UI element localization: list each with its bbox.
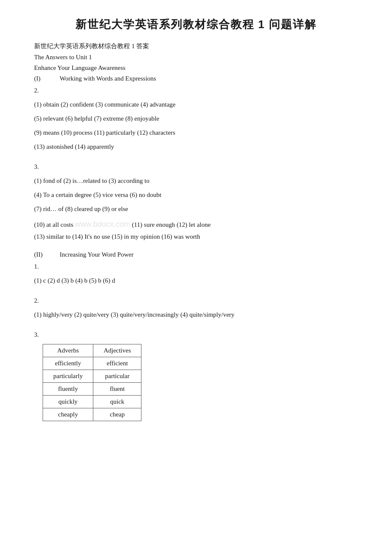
page-title: 新世纪大学英语系列教材综合教程 1 问题详解: [34, 17, 358, 32]
adjective-cell: cheap: [93, 408, 141, 421]
q3-label: 3.: [34, 161, 358, 173]
q2-line4: (13) astonished (14) apparently: [34, 141, 358, 153]
adjective-cell: efficient: [93, 357, 141, 370]
table-row: particularlyparticular: [43, 370, 141, 383]
table-row: fluentlyfluent: [43, 383, 141, 396]
table-row: quicklyquick: [43, 396, 141, 408]
q1-line1: (1) c (2) d (3) b (4) b (5) b (6) d: [34, 275, 358, 286]
section1-heading: Working with Words and Expressions: [60, 75, 156, 82]
q3-line3-wrapper: (7) rid… of (8) cleared up (9) or else: [34, 203, 358, 215]
table-header-adverbs: Adverbs: [43, 344, 93, 357]
q1-label-text: 1.: [34, 261, 358, 272]
q3-line5: (13) similar to (14) It's no use (15) in…: [34, 231, 358, 243]
q3-line3-text: (7) rid… of (8) cleared up (9) or else: [34, 205, 128, 212]
adverb-cell: particularly: [43, 370, 93, 383]
subtitle-en1: The Answers to Unit 1: [34, 54, 358, 61]
q2-label: 2.: [34, 85, 358, 96]
adjective-cell: fluent: [93, 383, 141, 396]
q3-line4-wrapper: (10) at all costs www.bdocx.com (11) sur…: [34, 217, 358, 231]
watermark: www.bdocx.com: [75, 220, 130, 228]
adverb-cell: quickly: [43, 396, 93, 408]
q2-line2: (5) relevant (6) helpful (7) extreme (8)…: [34, 113, 358, 124]
subtitle-en2: Enhance Your Language Awareness: [34, 64, 358, 72]
q3-line4-right: (11) sure enough (12) let alone: [132, 221, 211, 228]
q3b-label-text: 3.: [34, 329, 358, 341]
section2-label: (II): [34, 251, 60, 258]
section1-label: (I): [34, 75, 60, 82]
subtitle-cn: 新世纪大学英语系列教材综合教程 1 答案: [34, 42, 358, 50]
table-row: efficientlyefficient: [43, 357, 141, 370]
q2b-line1: (1) highly/very (2) quite/very (3) quite…: [34, 309, 358, 321]
table-header-adjectives: Adjectives: [93, 344, 141, 357]
q3-line2: (4) To a certain degree (5) vice versa (…: [34, 189, 358, 201]
q3-line1: (1) fond of (2) is…related to (3) accord…: [34, 175, 358, 187]
adverb-adjective-table: Adverbs Adjectives efficientlyefficientp…: [43, 344, 141, 421]
q2b-label-text: 2.: [34, 295, 358, 306]
section2-heading: Increasing Your Word Power: [60, 251, 134, 258]
adverb-cell: fluently: [43, 383, 93, 396]
table-row: cheaplycheap: [43, 408, 141, 421]
adverb-cell: efficiently: [43, 357, 93, 370]
adverb-cell: cheaply: [43, 408, 93, 421]
adjective-cell: quick: [93, 396, 141, 408]
q3-line4-left: (10) at all costs: [34, 221, 75, 228]
q2-line1: (1) obtain (2) confident (3) communicate…: [34, 99, 358, 110]
q2-line3: (9) means (10) process (11) particularly…: [34, 127, 358, 139]
adjective-cell: particular: [93, 370, 141, 383]
